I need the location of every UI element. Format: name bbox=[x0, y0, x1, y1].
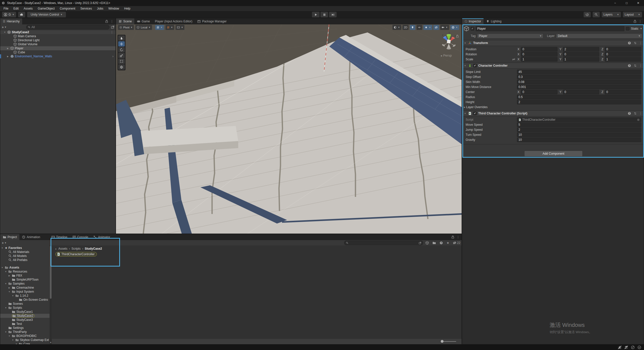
version-control-dropdown[interactable]: Unity Version Control ▼ bbox=[27, 12, 66, 17]
scale-tool[interactable] bbox=[118, 53, 125, 58]
menu-component[interactable]: Component bbox=[57, 6, 78, 11]
menu-services[interactable]: Services bbox=[78, 6, 94, 11]
view-hand-tool[interactable] bbox=[118, 35, 125, 41]
breadcrumb-assets[interactable]: Assets bbox=[58, 247, 67, 250]
gizmos-dropdown[interactable]: ▼ bbox=[450, 25, 459, 30]
add-component-button[interactable]: Add Component bbox=[524, 151, 583, 157]
search-all-button[interactable] bbox=[593, 12, 600, 17]
position-z-input[interactable]: 0 bbox=[605, 47, 641, 52]
project-content-area[interactable]: ▲ Assets › Scripts › StudyCase2 ThirdCha… bbox=[52, 245, 462, 344]
height-input[interactable]: 2 bbox=[517, 100, 641, 104]
foldout-arrow-icon[interactable]: ▼ bbox=[464, 112, 467, 115]
rotation-z-input[interactable]: 0 bbox=[605, 52, 641, 57]
search-importlog-icon[interactable] bbox=[439, 241, 443, 245]
increment-snap-toggle[interactable]: ▼ bbox=[166, 25, 174, 30]
handle-rotation-toggle[interactable]: Local ▼ bbox=[135, 25, 152, 30]
tree-folder[interactable]: ▶ FBX bbox=[0, 274, 50, 278]
favorites-item[interactable]: All Models bbox=[0, 254, 50, 258]
hierarchy-item[interactable]: Main Camera bbox=[0, 34, 115, 38]
search-by-type-icon[interactable] bbox=[425, 241, 429, 245]
script-object-field[interactable]: ThirdCharacterController bbox=[517, 117, 641, 122]
tab-project[interactable]: Project bbox=[0, 234, 19, 240]
rotation-x-input[interactable]: 0 bbox=[521, 52, 557, 57]
scale-z-input[interactable]: 1 bbox=[605, 57, 641, 62]
step-offset-input[interactable]: 0.3 bbox=[517, 75, 641, 79]
breadcrumb-scripts[interactable]: Scripts bbox=[71, 247, 81, 250]
scale-y-input[interactable]: 1 bbox=[563, 57, 599, 62]
menu-edit[interactable]: Edit bbox=[11, 6, 21, 11]
tab-input-actions-editor[interactable]: Player (Input Actions Editor) bbox=[152, 18, 195, 24]
hierarchy-item-player-selected[interactable]: ▶ Player bbox=[0, 46, 115, 50]
rotate-tool[interactable] bbox=[118, 47, 125, 52]
kebab-menu-icon[interactable]: ⋮ bbox=[457, 235, 460, 239]
tree-folder[interactable]: ▼ Skybox Cubemap Ext bbox=[0, 338, 50, 342]
presets-icon[interactable] bbox=[633, 41, 637, 45]
open-prefab-chevron-icon[interactable]: › bbox=[112, 55, 113, 58]
tree-folder[interactable]: Scenes bbox=[0, 302, 50, 306]
tree-folder[interactable]: SimpleURPToon bbox=[0, 278, 50, 282]
tab-lighting[interactable]: Lighting bbox=[484, 18, 504, 24]
progress-ok-icon[interactable] bbox=[637, 345, 641, 349]
camera-settings-dropdown[interactable]: ▼ bbox=[440, 25, 449, 30]
tree-folder[interactable]: ▶ Cinemachine bbox=[0, 286, 50, 290]
collapse-arrow-icon[interactable]: ▲ bbox=[55, 248, 57, 250]
component-enabled-checkbox[interactable]: ✓ bbox=[473, 64, 477, 67]
tree-folder[interactable]: ▼ Core bbox=[0, 342, 50, 344]
static-checkbox[interactable] bbox=[626, 27, 629, 30]
cache-server-disabled-icon[interactable] bbox=[624, 345, 628, 349]
slope-limit-input[interactable]: 45 bbox=[517, 70, 641, 74]
create-asset-button[interactable]: + bbox=[1, 241, 4, 245]
tree-folder-studycase2-selected[interactable]: StudyCase2 bbox=[0, 314, 50, 318]
open-search-window-icon[interactable] bbox=[419, 242, 421, 244]
help-icon[interactable] bbox=[628, 41, 631, 45]
project-tree-scrollbar[interactable]: ▼ bbox=[50, 245, 52, 344]
chevron-down-icon[interactable]: ▼ bbox=[640, 27, 642, 30]
audio-toggle[interactable] bbox=[417, 25, 422, 30]
gameobject-icon[interactable] bbox=[464, 26, 469, 31]
cloud-button[interactable] bbox=[18, 12, 25, 17]
layout-dropdown[interactable]: Layout ▼ bbox=[623, 12, 642, 17]
active-checkbox[interactable]: ✓ bbox=[471, 27, 474, 30]
effects-dropdown[interactable]: ▼ bbox=[423, 25, 432, 30]
presets-icon[interactable] bbox=[633, 64, 637, 67]
rect-tool[interactable] bbox=[118, 59, 125, 64]
kebab-menu-icon[interactable]: ⋮ bbox=[639, 112, 642, 115]
scrollbar-thumb[interactable] bbox=[50, 246, 52, 299]
jump-speed-input[interactable]: 2 bbox=[517, 127, 641, 132]
close-button[interactable]: ✕ bbox=[632, 0, 644, 6]
kebab-menu-icon[interactable]: ⋮ bbox=[110, 20, 113, 23]
chevron-down-icon[interactable]: ▼ bbox=[4, 242, 7, 244]
maximize-button[interactable]: □ bbox=[621, 0, 632, 6]
layer-dropdown[interactable]: Default ▼ bbox=[556, 33, 642, 38]
favorites-root[interactable]: ▼ ★ Favorites bbox=[0, 246, 50, 250]
asset-thirdcharactercontroller-selected[interactable]: ThirdCharacterController bbox=[55, 252, 97, 256]
kebab-menu-icon[interactable]: ⋮ bbox=[639, 20, 642, 23]
position-x-input[interactable]: 0 bbox=[521, 47, 557, 52]
radius-input[interactable]: 0.5 bbox=[517, 95, 641, 99]
hierarchy-item[interactable]: Cube bbox=[0, 50, 115, 54]
shading-mode-dropdown[interactable]: ▼ bbox=[392, 25, 401, 30]
menu-gameobject[interactable]: GameObject bbox=[35, 6, 57, 11]
lock-icon[interactable] bbox=[633, 20, 637, 23]
help-icon[interactable] bbox=[628, 64, 631, 67]
favorites-item[interactable]: All Prefabs bbox=[0, 258, 50, 262]
tab-hierarchy[interactable]: ☰ Hierarchy bbox=[0, 18, 22, 24]
scene-root-row[interactable]: ▼ StudyCase2 ⋮ bbox=[0, 30, 115, 34]
tree-folder[interactable]: ▼ Samples bbox=[0, 282, 50, 286]
skin-width-input[interactable]: 0.08 bbox=[517, 80, 641, 84]
position-y-input[interactable]: 2 bbox=[563, 47, 599, 52]
chevron-down-icon[interactable]: ▼ bbox=[4, 26, 7, 28]
link-scale-icon[interactable] bbox=[512, 58, 515, 61]
menu-assets[interactable]: Assets bbox=[21, 6, 35, 11]
character-controller-header[interactable]: ▼ ✓ Character Controller ⋮ bbox=[462, 63, 644, 69]
icon-size-slider-handle[interactable] bbox=[441, 340, 444, 343]
pause-button[interactable] bbox=[320, 12, 328, 17]
tab-game[interactable]: Game bbox=[134, 18, 152, 24]
tree-folder[interactable]: ▼ BOXOPHOBIC bbox=[0, 334, 50, 338]
scale-x-input[interactable]: 1 bbox=[521, 57, 557, 62]
component-enabled-checkbox[interactable]: ✓ bbox=[473, 112, 477, 115]
foldout-arrow-icon[interactable]: ▼ bbox=[3, 31, 6, 33]
tag-dropdown[interactable]: Player ▼ bbox=[477, 33, 543, 38]
kebab-menu-icon[interactable]: ⋮ bbox=[639, 41, 642, 45]
menu-window[interactable]: Window bbox=[106, 6, 122, 11]
